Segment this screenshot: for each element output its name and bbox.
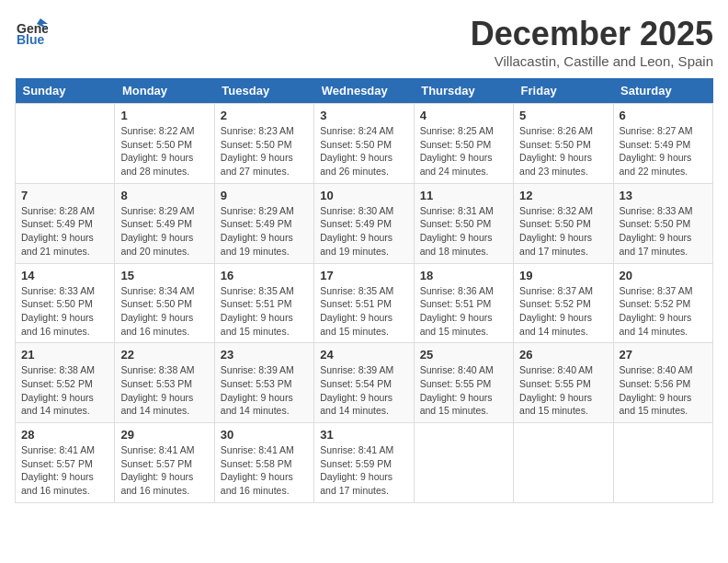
day-info: Sunrise: 8:29 AMSunset: 5:49 PMDaylight:… — [221, 204, 308, 259]
day-number: 2 — [221, 109, 308, 122]
day-header-saturday: Saturday — [613, 78, 712, 104]
day-number: 10 — [320, 189, 407, 202]
calendar-cell: 28Sunrise: 8:41 AMSunset: 5:57 PMDayligh… — [16, 423, 115, 503]
day-info: Sunrise: 8:31 AMSunset: 5:50 PMDaylight:… — [420, 204, 507, 259]
day-number: 30 — [221, 428, 308, 442]
day-info: Sunrise: 8:40 AMSunset: 5:55 PMDaylight:… — [519, 363, 607, 418]
calendar-cell: 10Sunrise: 8:30 AMSunset: 5:49 PMDayligh… — [314, 183, 414, 263]
location-title: Villacastin, Castille and Leon, Spain — [471, 53, 713, 69]
day-info: Sunrise: 8:32 AMSunset: 5:50 PMDaylight:… — [519, 204, 607, 259]
calendar-cell: 5Sunrise: 8:26 AMSunset: 5:50 PMDaylight… — [514, 104, 613, 184]
calendar-cell: 20Sunrise: 8:37 AMSunset: 5:52 PMDayligh… — [613, 263, 712, 343]
calendar-cell: 6Sunrise: 8:27 AMSunset: 5:49 PMDaylight… — [613, 104, 712, 184]
day-number: 13 — [620, 189, 707, 202]
calendar-cell: 26Sunrise: 8:40 AMSunset: 5:55 PMDayligh… — [514, 343, 613, 423]
day-info: Sunrise: 8:38 AMSunset: 5:52 PMDaylight:… — [21, 363, 108, 418]
day-number: 20 — [620, 269, 707, 282]
calendar-cell: 2Sunrise: 8:23 AMSunset: 5:50 PMDaylight… — [214, 104, 313, 184]
calendar-cell: 21Sunrise: 8:38 AMSunset: 5:52 PMDayligh… — [16, 343, 115, 423]
day-info: Sunrise: 8:27 AMSunset: 5:49 PMDaylight:… — [620, 124, 707, 178]
day-info: Sunrise: 8:35 AMSunset: 5:51 PMDaylight:… — [221, 284, 308, 339]
calendar-cell: 14Sunrise: 8:33 AMSunset: 5:50 PMDayligh… — [16, 263, 115, 343]
day-info: Sunrise: 8:22 AMSunset: 5:50 PMDaylight:… — [120, 124, 208, 178]
day-header-friday: Friday — [514, 78, 613, 104]
calendar-cell: 4Sunrise: 8:25 AMSunset: 5:50 PMDaylight… — [414, 104, 513, 184]
day-number: 11 — [420, 189, 507, 202]
day-number: 17 — [320, 269, 407, 282]
calendar-header-row: SundayMondayTuesdayWednesdayThursdayFrid… — [16, 78, 713, 104]
day-info: Sunrise: 8:33 AMSunset: 5:50 PMDaylight:… — [21, 284, 108, 339]
day-info: Sunrise: 8:25 AMSunset: 5:50 PMDaylight:… — [420, 124, 507, 178]
calendar-cell: 27Sunrise: 8:40 AMSunset: 5:56 PMDayligh… — [613, 343, 712, 423]
calendar-cell: 15Sunrise: 8:34 AMSunset: 5:50 PMDayligh… — [115, 263, 214, 343]
day-info: Sunrise: 8:40 AMSunset: 5:55 PMDaylight:… — [420, 363, 507, 418]
day-number: 15 — [120, 269, 208, 282]
day-number: 26 — [519, 348, 607, 362]
calendar-cell: 19Sunrise: 8:37 AMSunset: 5:52 PMDayligh… — [514, 263, 613, 343]
day-number: 19 — [519, 269, 607, 282]
calendar-week-row: 1Sunrise: 8:22 AMSunset: 5:50 PMDaylight… — [16, 104, 713, 184]
day-number: 3 — [320, 109, 407, 122]
logo: General Blue — [15, 15, 48, 52]
day-info: Sunrise: 8:26 AMSunset: 5:50 PMDaylight:… — [519, 124, 607, 178]
day-info: Sunrise: 8:41 AMSunset: 5:59 PMDaylight:… — [320, 443, 407, 498]
calendar-cell: 30Sunrise: 8:41 AMSunset: 5:58 PMDayligh… — [214, 423, 313, 503]
calendar-cell: 3Sunrise: 8:24 AMSunset: 5:50 PMDaylight… — [314, 104, 414, 184]
day-number: 25 — [420, 348, 507, 362]
calendar-table: SundayMondayTuesdayWednesdayThursdayFrid… — [15, 78, 713, 503]
day-number: 29 — [120, 428, 208, 442]
calendar-cell: 1Sunrise: 8:22 AMSunset: 5:50 PMDaylight… — [115, 104, 214, 184]
day-number: 4 — [420, 109, 507, 122]
calendar-cell: 18Sunrise: 8:36 AMSunset: 5:51 PMDayligh… — [414, 263, 513, 343]
day-info: Sunrise: 8:39 AMSunset: 5:54 PMDaylight:… — [320, 363, 407, 418]
day-info: Sunrise: 8:34 AMSunset: 5:50 PMDaylight:… — [120, 284, 208, 339]
calendar-week-row: 7Sunrise: 8:28 AMSunset: 5:49 PMDaylight… — [16, 183, 713, 263]
calendar-cell — [414, 423, 513, 503]
calendar-week-row: 14Sunrise: 8:33 AMSunset: 5:50 PMDayligh… — [16, 263, 713, 343]
day-info: Sunrise: 8:37 AMSunset: 5:52 PMDaylight:… — [620, 284, 707, 339]
day-info: Sunrise: 8:30 AMSunset: 5:49 PMDaylight:… — [320, 204, 407, 259]
day-number: 31 — [320, 428, 407, 442]
day-header-tuesday: Tuesday — [214, 78, 313, 104]
day-info: Sunrise: 8:37 AMSunset: 5:52 PMDaylight:… — [519, 284, 607, 339]
day-number: 28 — [21, 428, 108, 442]
title-area: December 2025 Villacastin, Castille and … — [471, 15, 713, 69]
calendar-cell: 13Sunrise: 8:33 AMSunset: 5:50 PMDayligh… — [613, 183, 712, 263]
day-number: 1 — [120, 109, 208, 122]
calendar-week-row: 21Sunrise: 8:38 AMSunset: 5:52 PMDayligh… — [16, 343, 713, 423]
day-info: Sunrise: 8:28 AMSunset: 5:49 PMDaylight:… — [21, 204, 108, 259]
calendar-cell: 12Sunrise: 8:32 AMSunset: 5:50 PMDayligh… — [514, 183, 613, 263]
day-number: 9 — [221, 189, 308, 202]
day-header-thursday: Thursday — [414, 78, 513, 104]
calendar-body: 1Sunrise: 8:22 AMSunset: 5:50 PMDaylight… — [16, 104, 713, 503]
day-number: 23 — [221, 348, 308, 362]
calendar-cell: 23Sunrise: 8:39 AMSunset: 5:53 PMDayligh… — [214, 343, 313, 423]
day-info: Sunrise: 8:40 AMSunset: 5:56 PMDaylight:… — [620, 363, 707, 418]
calendar-cell: 25Sunrise: 8:40 AMSunset: 5:55 PMDayligh… — [414, 343, 513, 423]
header: General Blue December 2025 Villacastin, … — [15, 15, 713, 69]
day-number: 22 — [120, 348, 208, 362]
day-header-wednesday: Wednesday — [314, 78, 414, 104]
calendar-cell: 7Sunrise: 8:28 AMSunset: 5:49 PMDaylight… — [16, 183, 115, 263]
logo-icon: General Blue — [15, 15, 48, 52]
calendar-cell: 11Sunrise: 8:31 AMSunset: 5:50 PMDayligh… — [414, 183, 513, 263]
day-info: Sunrise: 8:39 AMSunset: 5:53 PMDaylight:… — [221, 363, 308, 418]
day-number: 21 — [21, 348, 108, 362]
day-header-sunday: Sunday — [16, 78, 115, 104]
day-number: 6 — [620, 109, 707, 122]
day-header-monday: Monday — [115, 78, 214, 104]
day-info: Sunrise: 8:41 AMSunset: 5:57 PMDaylight:… — [21, 443, 108, 498]
month-title: December 2025 — [471, 15, 713, 53]
calendar-cell: 22Sunrise: 8:38 AMSunset: 5:53 PMDayligh… — [115, 343, 214, 423]
calendar-week-row: 28Sunrise: 8:41 AMSunset: 5:57 PMDayligh… — [16, 423, 713, 503]
day-info: Sunrise: 8:36 AMSunset: 5:51 PMDaylight:… — [420, 284, 507, 339]
day-info: Sunrise: 8:41 AMSunset: 5:57 PMDaylight:… — [120, 443, 208, 498]
day-info: Sunrise: 8:35 AMSunset: 5:51 PMDaylight:… — [320, 284, 407, 339]
day-number: 24 — [320, 348, 407, 362]
calendar-cell: 16Sunrise: 8:35 AMSunset: 5:51 PMDayligh… — [214, 263, 313, 343]
day-info: Sunrise: 8:24 AMSunset: 5:50 PMDaylight:… — [320, 124, 407, 178]
day-number: 18 — [420, 269, 507, 282]
calendar-cell: 31Sunrise: 8:41 AMSunset: 5:59 PMDayligh… — [314, 423, 414, 503]
day-info: Sunrise: 8:33 AMSunset: 5:50 PMDaylight:… — [620, 204, 707, 259]
day-number: 12 — [519, 189, 607, 202]
